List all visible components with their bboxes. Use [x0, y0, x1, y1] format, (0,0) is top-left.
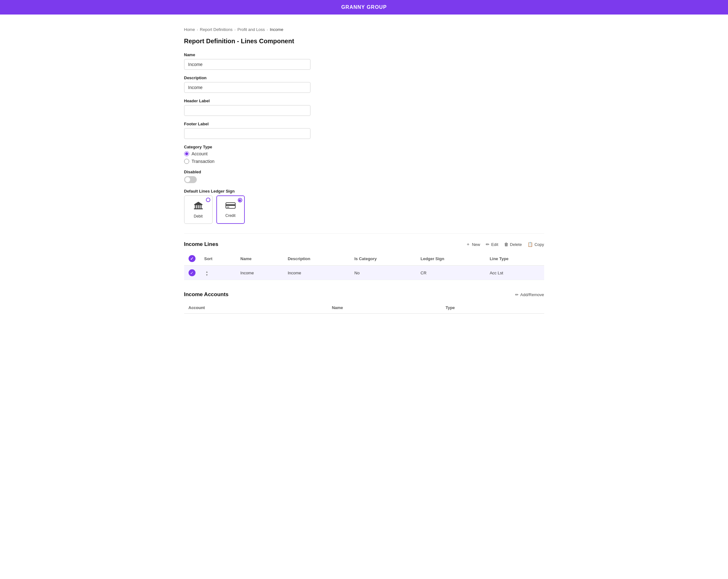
table-row[interactable]: ✓ ▲ ▼ Income Income No CR Acc Lst	[184, 265, 544, 280]
main-content: Home › Report Definitions › Profit and L…	[175, 15, 554, 333]
breadcrumb: Home › Report Definitions › Profit and L…	[184, 27, 544, 32]
svg-marker-6	[194, 202, 203, 204]
header-label-input[interactable]	[184, 105, 310, 116]
delete-label: Delete	[510, 242, 522, 247]
svg-rect-5	[194, 208, 203, 209]
income-accounts-head: Account Name Type	[184, 302, 544, 314]
copy-label: Copy	[535, 242, 544, 247]
footer-label-group: Footer Label	[184, 122, 544, 139]
name-group: Name	[184, 52, 544, 70]
ledger-sign-label: Default Lines Ledger Sign	[184, 189, 544, 193]
credit-icon	[226, 202, 236, 212]
th-line-type: Line Type	[485, 252, 544, 265]
row-is-category: No	[350, 265, 416, 280]
category-type-radio-group: Account Transaction	[184, 151, 544, 164]
disabled-group: Disabled	[184, 169, 544, 183]
row-description: Income	[283, 265, 350, 280]
svg-rect-1	[195, 205, 196, 208]
delete-icon: 🗑	[504, 242, 509, 247]
svg-rect-2	[197, 205, 198, 208]
radio-transaction-input[interactable]	[184, 159, 189, 164]
breadcrumb-current: Income	[270, 27, 283, 32]
breadcrumb-sep-1: ›	[197, 28, 198, 32]
new-label: New	[472, 242, 480, 247]
copy-button[interactable]: 📋 Copy	[527, 242, 544, 247]
svg-rect-8	[226, 204, 235, 206]
breadcrumb-report-definitions[interactable]: Report Definitions	[200, 27, 232, 32]
disabled-toggle-wrap	[184, 176, 544, 183]
row-ledger-sign: CR	[416, 265, 486, 280]
ledger-card-credit[interactable]: Credit	[216, 195, 245, 224]
debit-radio-dot	[206, 198, 210, 202]
edit-pencil-icon: ✏	[515, 292, 519, 297]
income-lines-section-header: Income Lines ＋ New ✏ Edit 🗑 Delete 📋 Cop…	[184, 233, 544, 247]
debit-label: Debit	[193, 214, 203, 218]
svg-rect-3	[199, 205, 200, 208]
row-line-type: Acc Lst	[485, 265, 544, 280]
edit-label: Edit	[491, 242, 498, 247]
svg-rect-9	[227, 207, 229, 207]
ledger-card-debit[interactable]: Debit	[184, 195, 212, 224]
description-input[interactable]	[184, 82, 310, 93]
svg-rect-4	[201, 205, 202, 208]
name-input[interactable]	[184, 59, 310, 70]
th-sort: Sort	[200, 252, 236, 265]
toggle-knob	[185, 177, 190, 182]
th-account-name: Name	[328, 302, 441, 314]
arrow-up[interactable]: ▲	[206, 270, 208, 273]
income-lines-table: ✓ Sort Name Description Is Category Ledg…	[184, 252, 544, 280]
radio-account[interactable]: Account	[184, 151, 544, 156]
th-check: ✓	[184, 252, 200, 265]
credit-radio-dot	[238, 198, 242, 202]
copy-icon: 📋	[527, 242, 533, 247]
income-accounts-header: Income Accounts ✏ Add/Remove	[184, 291, 544, 298]
add-remove-label: Add/Remove	[520, 292, 544, 297]
income-lines-title: Income Lines	[184, 241, 218, 247]
row-sort: ▲ ▼	[200, 265, 236, 280]
radio-account-input[interactable]	[184, 151, 189, 156]
disabled-label: Disabled	[184, 169, 544, 174]
radio-transaction-label: Transaction	[192, 159, 215, 164]
row-name: Income	[236, 265, 283, 280]
sort-arrows: ▲ ▼	[206, 270, 208, 277]
radio-transaction[interactable]: Transaction	[184, 159, 544, 164]
income-lines-table-body: ✓ ▲ ▼ Income Income No CR Acc Lst	[184, 265, 544, 280]
income-lines-header-row: ✓ Sort Name Description Is Category Ledg…	[184, 252, 544, 265]
th-account: Account	[184, 302, 328, 314]
row-check-icon: ✓	[188, 269, 196, 276]
credit-label: Credit	[225, 213, 235, 218]
new-button[interactable]: ＋ New	[466, 241, 480, 247]
ledger-cards: Debit Credit	[184, 195, 544, 224]
category-type-label: Category Type	[184, 144, 544, 149]
app-title: GRANNY GROUP	[341, 4, 387, 10]
footer-label-label: Footer Label	[184, 122, 544, 126]
description-label: Description	[184, 75, 544, 80]
breadcrumb-profit-loss[interactable]: Profit and Loss	[237, 27, 265, 32]
app-header: GRANNY GROUP	[0, 0, 728, 15]
footer-label-input[interactable]	[184, 128, 310, 139]
ledger-sign-group: Default Lines Ledger Sign	[184, 189, 544, 224]
page-title: Report Definition - Lines Component	[184, 37, 544, 45]
edit-icon: ✏	[486, 242, 490, 247]
plus-icon: ＋	[466, 241, 470, 247]
disabled-toggle[interactable]	[184, 176, 197, 183]
header-label-label: Header Label	[184, 99, 544, 103]
income-lines-toolbar: ＋ New ✏ Edit 🗑 Delete 📋 Copy	[466, 241, 544, 247]
income-accounts-header-row: Account Name Type	[184, 302, 544, 314]
header-label-group: Header Label	[184, 99, 544, 116]
arrow-down[interactable]: ▼	[206, 274, 208, 277]
category-type-group: Category Type Account Transaction	[184, 144, 544, 164]
th-name: Name	[236, 252, 283, 265]
th-description: Description	[283, 252, 350, 265]
income-lines-table-head: ✓ Sort Name Description Is Category Ledg…	[184, 252, 544, 265]
add-remove-button[interactable]: ✏ Add/Remove	[515, 292, 544, 297]
breadcrumb-home[interactable]: Home	[184, 27, 195, 32]
income-accounts-table: Account Name Type	[184, 302, 544, 314]
delete-button[interactable]: 🗑 Delete	[504, 242, 522, 247]
edit-button[interactable]: ✏ Edit	[486, 242, 498, 247]
radio-account-label: Account	[192, 151, 208, 156]
th-is-category: Is Category	[350, 252, 416, 265]
row-check: ✓	[184, 265, 200, 280]
svg-rect-0	[194, 204, 203, 205]
breadcrumb-sep-3: ›	[267, 28, 268, 32]
